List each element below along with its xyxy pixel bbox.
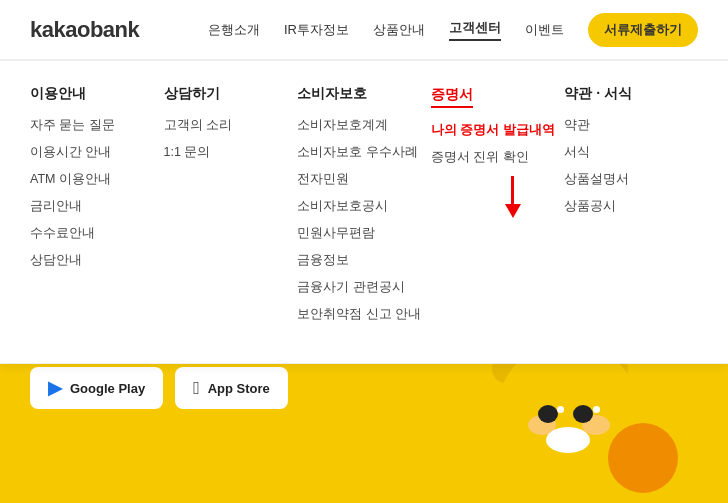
menu-item-terms-4[interactable]: 상품공시 bbox=[564, 198, 698, 215]
menu-item-consumer-4[interactable]: 소비자보호공시 bbox=[297, 198, 431, 215]
nav-item-products[interactable]: 상품안내 bbox=[373, 21, 425, 39]
header: kakaobank 은행소개 IR투자정보 상품안내 고객센터 이벤트 서류제출… bbox=[0, 0, 728, 60]
kakao-character bbox=[448, 343, 668, 503]
apple-icon:  bbox=[193, 378, 200, 399]
nav-item-bank[interactable]: 은행소개 bbox=[208, 21, 260, 39]
dropdown-menu: 이용안내 자주 묻는 질문 이용시간 안내 ATM 이용안내 금리안내 수수료안… bbox=[0, 60, 728, 364]
menu-item-11[interactable]: 1:1 문의 bbox=[164, 144, 298, 161]
menu-item-cert-2[interactable]: 증명서 진위 확인 bbox=[431, 149, 565, 166]
menu-item-consumer-6[interactable]: 금융정보 bbox=[297, 252, 431, 269]
dropdown-col-certificate: 증명서 나의 증명서 발급내역 증명서 진위 확인 bbox=[431, 85, 565, 333]
menu-item-consumer-2[interactable]: 소비자보호 우수사례 bbox=[297, 144, 431, 161]
app-store-label: App Store bbox=[208, 381, 270, 396]
menu-item-consumer-8[interactable]: 보안취약점 신고 안내 bbox=[297, 306, 431, 323]
char-eye-shine-left bbox=[557, 406, 564, 413]
menu-item-consumer-3[interactable]: 전자민원 bbox=[297, 171, 431, 188]
col-title-usage: 이용안내 bbox=[30, 85, 164, 103]
col-title-terms: 약관 · 서식 bbox=[564, 85, 698, 103]
nav-item-event[interactable]: 이벤트 bbox=[525, 21, 564, 39]
dropdown-col-consult: 상담하기 고객의 소리 1:1 문의 bbox=[164, 85, 298, 333]
col-title-consult: 상담하기 bbox=[164, 85, 298, 103]
menu-item-consult[interactable]: 상담안내 bbox=[30, 252, 164, 269]
dropdown-col-usage: 이용안내 자주 묻는 질문 이용시간 안내 ATM 이용안내 금리안내 수수료안… bbox=[30, 85, 164, 333]
menu-item-faq[interactable]: 자주 묻는 질문 bbox=[30, 117, 164, 134]
col-title-certificate: 증명서 bbox=[431, 86, 473, 108]
menu-item-hours[interactable]: 이용시간 안내 bbox=[30, 144, 164, 161]
char-eye-right bbox=[573, 405, 593, 423]
char-ball bbox=[608, 423, 678, 493]
play-store-icon: ▶ bbox=[48, 377, 62, 399]
menu-item-voice[interactable]: 고객의 소리 bbox=[164, 117, 298, 134]
nav-item-support[interactable]: 고객센터 bbox=[449, 19, 501, 41]
dropdown-columns: 이용안내 자주 묻는 질문 이용시간 안내 ATM 이용안내 금리안내 수수료안… bbox=[30, 85, 698, 333]
nav-item-ir[interactable]: IR투자정보 bbox=[284, 21, 349, 39]
menu-item-atm[interactable]: ATM 이용안내 bbox=[30, 171, 164, 188]
menu-item-rates[interactable]: 금리안내 bbox=[30, 198, 164, 215]
char-eye-left bbox=[538, 405, 558, 423]
google-play-label: Google Play bbox=[70, 381, 145, 396]
google-play-button[interactable]: ▶ Google Play bbox=[30, 367, 163, 409]
menu-item-consumer-7[interactable]: 금융사기 관련공시 bbox=[297, 279, 431, 296]
bottom-section: ▶ Google Play  App Store bbox=[0, 343, 728, 503]
menu-item-terms-1[interactable]: 약관 bbox=[564, 117, 698, 134]
logo: kakaobank bbox=[30, 17, 139, 43]
char-mouth-area bbox=[546, 427, 590, 453]
char-eye-shine-right bbox=[593, 406, 600, 413]
col-title-consumer: 소비자보호 bbox=[297, 85, 431, 103]
menu-item-fees[interactable]: 수수료안내 bbox=[30, 225, 164, 242]
menu-item-consumer-1[interactable]: 소비자보호계계 bbox=[297, 117, 431, 134]
cta-button[interactable]: 서류제출하기 bbox=[588, 13, 698, 47]
red-arrow bbox=[461, 176, 565, 218]
menu-item-terms-3[interactable]: 상품설명서 bbox=[564, 171, 698, 188]
menu-item-terms-2[interactable]: 서식 bbox=[564, 144, 698, 161]
menu-item-cert-1[interactable]: 나의 증명서 발급내역 bbox=[431, 122, 565, 139]
dropdown-col-consumer: 소비자보호 소비자보호계계 소비자보호 우수사례 전자민원 소비자보호공시 민원… bbox=[297, 85, 431, 333]
menu-item-consumer-5[interactable]: 민원사무편람 bbox=[297, 225, 431, 242]
main-nav: 은행소개 IR투자정보 상품안내 고객센터 이벤트 서류제출하기 bbox=[208, 13, 698, 47]
store-buttons: ▶ Google Play  App Store bbox=[30, 367, 288, 409]
app-store-button[interactable]:  App Store bbox=[175, 367, 288, 409]
dropdown-col-terms: 약관 · 서식 약관 서식 상품설명서 상품공시 bbox=[564, 85, 698, 333]
